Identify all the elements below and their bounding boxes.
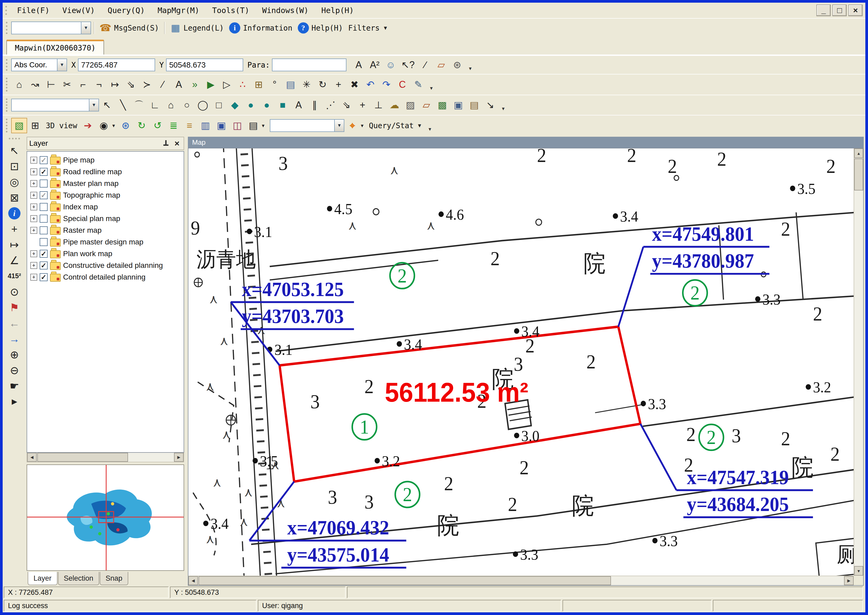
signature-icon[interactable]: ✎ [410,77,426,92]
filled-rect-icon[interactable]: ■ [275,97,290,113]
menu-item[interactable]: Help(H) [315,3,360,18]
scroll-left-icon[interactable]: ◀ [188,576,198,585]
legend-button[interactable]: ▦ Legend(L) [167,20,226,36]
corner-left-icon[interactable]: ⌐ [75,77,91,92]
panel-tab[interactable]: Snap [100,572,128,585]
region-icon[interactable]: ▱ [418,97,434,113]
select-cursor-icon[interactable]: ↖ [6,142,23,158]
move-feature-icon[interactable]: + [6,221,23,237]
strip-expand-icon[interactable]: ▶ [6,394,23,409]
fast-forward-icon[interactable]: » [187,77,203,92]
msgsend-button[interactable]: ☎ MsgSend(S) [97,20,162,36]
tree-expander-icon[interactable]: + [30,169,37,175]
scroll-right-icon[interactable]: ▶ [844,576,854,585]
to-end-icon[interactable]: ▶ [203,77,219,92]
perpendicular-icon[interactable]: ⊥ [370,97,386,113]
layer-tree-row[interactable]: + ✓ Raster map [29,225,184,236]
layer-tree-row[interactable]: + ✓ Pipe master design map [29,236,184,248]
filled-circle-icon[interactable]: ● [243,97,259,113]
tree-expander-icon[interactable]: + [30,262,37,269]
layer-checkbox[interactable]: ✓ [40,191,48,199]
node-line-icon[interactable]: ⇘ [339,97,354,113]
layer-tree-row[interactable]: + ✓ Control detailed planning [29,271,184,283]
parallel-icon[interactable]: ∥ [306,97,323,113]
pan-icon[interactable]: ☛ [6,378,23,394]
panel-tab[interactable]: Selection [58,572,99,585]
information-button[interactable]: i Information [226,20,295,36]
text-icon[interactable]: A [171,77,187,92]
tree-expander-icon[interactable]: + [30,215,37,222]
polygon-icon[interactable]: ⌂ [163,97,179,113]
route-measure-icon[interactable]: ↦ [6,237,23,253]
menu-item[interactable]: View(V) [56,3,101,18]
layer-checkbox[interactable]: ✓ [40,226,48,234]
line-icon[interactable]: ╲ [115,97,131,113]
rotate-icon[interactable]: ↻ [315,77,331,92]
tree-expander-icon[interactable]: + [30,274,37,281]
x-coordinate-input[interactable] [78,59,155,71]
menu-item[interactable]: Query(Q) [101,3,151,18]
redo-icon[interactable]: ↷ [378,77,394,92]
copy-icon[interactable]: ▣ [450,97,466,113]
sheet-icon[interactable]: ▤ [283,77,298,92]
layer-checkbox[interactable]: ✓ [40,215,48,223]
select-region-icon[interactable]: ⊠ [6,190,23,205]
menu-item[interactable]: Tools(T) [206,3,256,18]
bookmark-flag-icon[interactable]: ⚑ [6,300,23,315]
select-box-icon[interactable]: ⊡ [6,158,23,174]
tree-expander-icon[interactable]: + [30,157,37,164]
query-stat-button[interactable]: Query/Stat ▼ [366,118,425,133]
layer-checkbox[interactable]: ✓ [40,273,48,281]
filters-button[interactable]: Filters ▼ [346,20,391,36]
scrollbar-thumb[interactable] [37,453,128,462]
layer-checkbox[interactable]: ✓ [40,203,48,211]
cross-icon[interactable]: + [354,97,370,113]
layer-checkbox[interactable]: ✓ [40,156,48,164]
shape-style-combo[interactable]: ▼ [11,99,99,111]
layer-checkbox[interactable]: ✓ [40,180,48,187]
cloud-icon[interactable]: ☁ [386,97,402,113]
cut-icon[interactable]: ✂ [59,77,75,92]
restore-button[interactable]: □ [832,5,847,16]
layer-tree-row[interactable]: + ✓ Special plan map [29,213,184,225]
pin-icon[interactable] [162,140,169,147]
tab-mapwin[interactable]: Mapwin(DX20060370) [6,40,104,55]
para-input[interactable] [272,59,347,71]
layer-up-icon[interactable]: ≡ ▾ [181,118,197,133]
close-button[interactable]: × [848,5,863,16]
tree-expander-icon[interactable]: + [30,192,37,199]
toolbar-overflow-button[interactable]: ▾ [428,77,434,92]
message-combo[interactable]: ▼ [11,22,91,34]
layer-tree-row[interactable]: + ✓ Plan work map [29,248,184,260]
layer-tree-row[interactable]: + ✓ Master plan map [29,178,184,189]
scroll-down-icon[interactable]: ▼ [854,566,863,576]
layer-checkbox[interactable]: ✓ [40,238,48,246]
compass-icon[interactable]: ⊙ [6,284,23,300]
info-icon[interactable]: i [6,205,23,221]
tree-expander-icon[interactable]: + [30,203,37,211]
export-icon[interactable]: ➔ ▾ [80,118,96,133]
refresh-back-icon[interactable]: ↺ ▾ [150,118,165,133]
layer-checkbox[interactable]: ✓ [40,250,48,258]
overview-map[interactable] [27,464,184,571]
view-forward-icon[interactable]: → [6,331,23,347]
layer-checkbox[interactable]: ✓ [40,168,48,176]
layers-icon[interactable]: ≣ ▾ [165,118,181,133]
panel-tab[interactable]: Layer [28,572,58,585]
layer-tree-row[interactable]: + ✓ Pipe map [29,154,184,166]
node-arrow-icon[interactable]: ↝ [27,77,43,92]
globe-icon[interactable]: ⊛ ▾ [118,118,134,133]
scrollbar-thumb[interactable] [198,576,611,585]
refresh-icon[interactable]: ↻ ▾ [134,118,150,133]
scroll-left-icon[interactable]: ◀ [27,453,37,462]
snap-grid-icon[interactable]: ⊞ [251,77,267,92]
tree-expander-icon[interactable]: + [30,250,37,257]
layer-tree-row[interactable]: + ✓ Constructive detailed planning [29,260,184,271]
rect-icon[interactable]: □ [211,97,227,113]
measure-line-icon[interactable]: ∕ [417,57,433,73]
save-icon[interactable]: ▣ ▾ [214,118,229,133]
visibility-icon[interactable]: ◉ ▾ [96,118,118,133]
leader-icon[interactable]: ↘ [482,97,498,113]
scale-combo[interactable]: ▼ [270,119,344,132]
image-frame-icon[interactable]: ▥ ▾ [197,118,214,133]
